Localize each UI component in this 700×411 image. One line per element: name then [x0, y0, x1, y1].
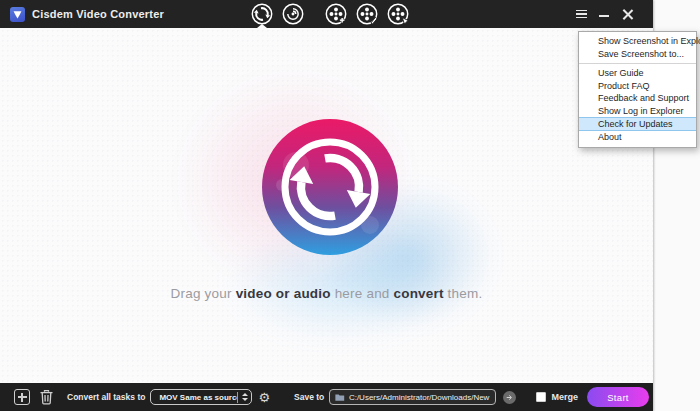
close-button[interactable]	[620, 7, 634, 21]
gear-icon: ⚙	[258, 390, 270, 405]
drop-hint-text: Drag your video or audio here and conver…	[0, 286, 653, 301]
format-settings-button[interactable]: ⚙	[258, 391, 270, 404]
merge-label: Merge	[551, 392, 578, 402]
app-identity: Cisdem Video Converter	[10, 0, 164, 28]
format-select[interactable]: MOV Same as source	[150, 389, 252, 405]
save-path-field[interactable]: C:/Users/Administrator/Downloads/New fol…	[329, 389, 496, 405]
menu-separator	[579, 63, 696, 64]
film-reel-edit-icon	[356, 3, 378, 25]
tab-video-toolbox-edit[interactable]	[356, 3, 378, 25]
format-select-value: MOV Same as source	[159, 393, 237, 402]
menu-item-show-screenshot[interactable]: Show Screenshot in Explorer	[579, 35, 696, 48]
titlebar: Cisdem Video Converter	[0, 0, 653, 28]
menu-item-product-faq[interactable]: Product FAQ	[579, 80, 696, 93]
select-stepper-icon	[237, 392, 248, 403]
convert-all-label: Convert all tasks to	[67, 392, 145, 402]
plus-icon	[18, 393, 27, 402]
film-reel-plus-icon	[325, 3, 347, 25]
menu-item-show-log[interactable]: Show Log in Explorer	[579, 105, 696, 118]
minimize-button[interactable]	[597, 7, 611, 21]
arrow-right-icon	[506, 394, 513, 401]
save-path-value: C:/Users/Administrator/Downloads/New fol…	[349, 393, 490, 402]
menu-item-check-updates[interactable]: Check for Updates	[579, 117, 696, 131]
menu-item-feedback-support[interactable]: Feedback and Support	[579, 92, 696, 105]
drop-zone[interactable]: Drag your video or audio here and conver…	[0, 28, 653, 383]
window-controls	[574, 0, 634, 28]
desktop-background: Cisdem Video Converter	[0, 0, 700, 411]
convert-badge-icon	[262, 119, 398, 255]
tab-video-toolbox-more[interactable]	[387, 3, 409, 25]
open-folder-button[interactable]	[503, 391, 516, 404]
close-icon	[622, 9, 633, 20]
add-file-button[interactable]	[14, 389, 30, 405]
tab-record[interactable]	[282, 3, 304, 25]
app-window: Cisdem Video Converter	[0, 0, 653, 411]
app-logo-icon	[10, 7, 25, 22]
hamburger-dropdown-menu: Show Screenshot in Explorer Save Screens…	[578, 31, 697, 148]
tab-convert[interactable]	[251, 3, 273, 25]
merge-group: Merge Start	[536, 387, 653, 407]
sync-convert-icon	[251, 3, 273, 25]
minimize-icon	[599, 15, 609, 17]
hamburger-icon	[576, 10, 587, 19]
toolbar-tabs	[251, 0, 409, 28]
start-button[interactable]: Start	[587, 387, 649, 407]
window-title: Cisdem Video Converter	[32, 8, 164, 20]
save-to-label: Save to	[294, 392, 324, 402]
film-reel-pointer-icon	[387, 3, 409, 25]
hamburger-menu-button[interactable]	[574, 7, 588, 21]
folder-icon	[335, 393, 345, 402]
delete-file-button[interactable]	[39, 389, 54, 405]
menu-item-save-screenshot[interactable]: Save Screenshot to...	[579, 48, 696, 61]
trash-icon	[39, 389, 54, 405]
spiral-disc-icon	[282, 3, 304, 25]
bottom-toolbar: Convert all tasks to MOV Same as source …	[0, 383, 653, 411]
menu-item-user-guide[interactable]: User Guide	[579, 67, 696, 80]
merge-checkbox[interactable]	[536, 392, 546, 402]
menu-item-about[interactable]: About	[579, 131, 696, 144]
tab-video-toolbox-add[interactable]	[325, 3, 347, 25]
